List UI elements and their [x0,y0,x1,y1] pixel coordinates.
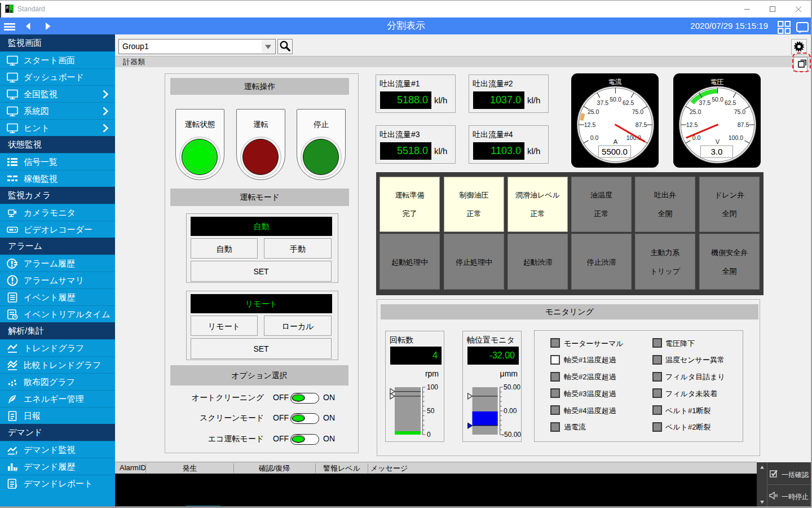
svg-text:100.0: 100.0 [729,134,743,141]
svg-text:25.0: 25.0 [690,108,701,115]
svg-text:50: 50 [427,407,435,415]
svg-text:50.0: 50.0 [610,96,621,103]
svg-text:5500.0: 5500.0 [602,147,628,156]
svg-text:0.00: 0.00 [504,407,517,415]
svg-text:62.5: 62.5 [725,99,736,106]
svg-text:12.5: 12.5 [686,121,698,128]
svg-text:P: P [6,6,8,9]
svg-text:A: A [614,138,618,145]
svg-text:75.0: 75.0 [632,108,644,115]
svg-text:25.0: 25.0 [588,108,599,115]
svg-text:12.5: 12.5 [584,121,596,128]
svg-text:50.0: 50.0 [712,96,723,103]
svg-text:37.5: 37.5 [597,99,609,106]
svg-text:-50.00: -50.00 [502,431,521,439]
svg-text:75.0: 75.0 [734,108,746,115]
svg-text:50.00: 50.00 [504,383,520,391]
svg-text:62.5: 62.5 [623,99,634,106]
svg-text:0: 0 [427,431,431,439]
svg-text:37.5: 37.5 [699,99,711,106]
svg-text:87.5: 87.5 [636,121,647,128]
svg-text:B: B [10,10,13,13]
svg-text:0.0: 0.0 [590,134,599,141]
svg-text:V: V [716,138,720,145]
svg-text:100: 100 [427,383,438,391]
svg-text:3.0: 3.0 [711,147,723,156]
svg-text:87.5: 87.5 [738,121,749,128]
